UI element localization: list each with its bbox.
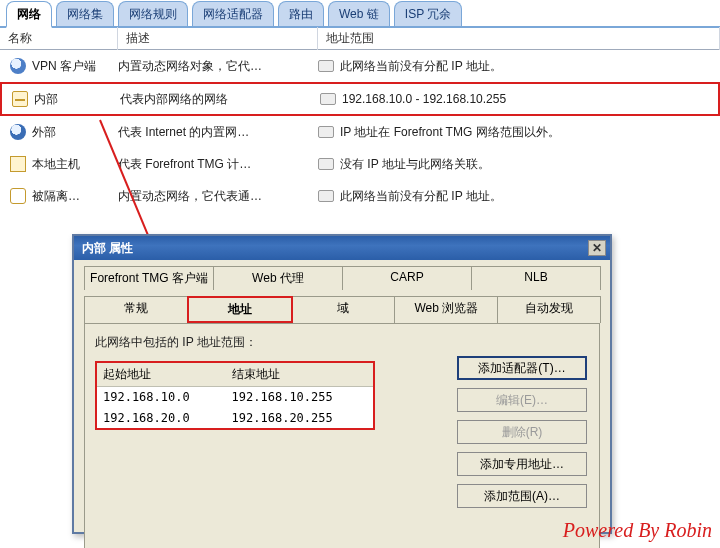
- tab-tmg-client[interactable]: Forefront TMG 客户端: [84, 266, 214, 290]
- col-start-address[interactable]: 起始地址: [96, 362, 226, 387]
- end-address: 192.168.10.255: [226, 387, 374, 408]
- tab-addresses[interactable]: 地址: [187, 296, 293, 323]
- network-list-header: 名称 描述 地址范围: [0, 28, 720, 50]
- tab-isp-redundancy[interactable]: ISP 冗余: [394, 1, 462, 26]
- network-range: 192.168.10.0 - 192.168.10.255: [342, 92, 506, 106]
- tab-web-browser[interactable]: Web 浏览器: [394, 296, 498, 323]
- network-desc: 代表内部网络的网络: [120, 91, 320, 108]
- column-header-desc[interactable]: 描述: [118, 27, 318, 50]
- button-column: 添加适配器(T)… 编辑(E)… 删除(R) 添加专用地址… 添加范围(A)…: [457, 356, 587, 508]
- tab-web-chain[interactable]: Web 链: [328, 1, 390, 26]
- dialog-tabrow-1: Forefront TMG 客户端 Web 代理 CARP NLB: [84, 266, 600, 290]
- internal-network-icon: [12, 91, 28, 107]
- network-desc: 代表 Internet 的内置网…: [118, 124, 318, 141]
- address-row[interactable]: 192.168.20.0 192.168.20.255: [96, 408, 374, 430]
- address-range-table[interactable]: 起始地址 结束地址 192.168.10.0 192.168.10.255 19…: [95, 361, 375, 430]
- network-row-vpn-clients[interactable]: VPN 客户端 内置动态网络对象，它代… 此网络当前没有分配 IP 地址。: [0, 50, 720, 82]
- network-range: 没有 IP 地址与此网络关联。: [340, 156, 490, 173]
- panel-caption: 此网络中包括的 IP 地址范围：: [95, 334, 589, 351]
- network-name: 本地主机: [32, 156, 80, 173]
- address-range-icon: [318, 126, 334, 138]
- tab-network-rules[interactable]: 网络规则: [118, 1, 188, 26]
- network-range: IP 地址在 Forefront TMG 网络范围以外。: [340, 124, 560, 141]
- col-end-address[interactable]: 结束地址: [226, 362, 374, 387]
- main-tabstrip: 网络 网络集 网络规则 网络适配器 路由 Web 链 ISP 冗余: [0, 0, 720, 28]
- add-dedicated-button[interactable]: 添加专用地址…: [457, 452, 587, 476]
- tab-web-proxy[interactable]: Web 代理: [213, 266, 343, 290]
- tab-carp[interactable]: CARP: [342, 266, 472, 290]
- network-name: 被隔离…: [32, 188, 80, 205]
- dialog-tabrow-2: 常规 地址 域 Web 浏览器 自动发现: [84, 296, 600, 323]
- dialog-title: 内部 属性: [82, 240, 133, 257]
- remove-button[interactable]: 删除(R): [457, 420, 587, 444]
- tab-network-sets[interactable]: 网络集: [56, 1, 114, 26]
- tab-autodiscover[interactable]: 自动发现: [497, 296, 601, 323]
- tab-network[interactable]: 网络: [6, 1, 52, 28]
- network-row-internal[interactable]: 内部 代表内部网络的网络 192.168.10.0 - 192.168.10.2…: [0, 82, 720, 116]
- address-range-icon: [320, 93, 336, 105]
- start-address: 192.168.10.0: [96, 387, 226, 408]
- add-range-button[interactable]: 添加范围(A)…: [457, 484, 587, 508]
- network-row-external[interactable]: 外部 代表 Internet 的内置网… IP 地址在 Forefront TM…: [0, 116, 720, 148]
- tab-general[interactable]: 常规: [84, 296, 188, 323]
- tab-network-adapters[interactable]: 网络适配器: [192, 1, 274, 26]
- address-range-icon: [318, 158, 334, 170]
- tab-nlb[interactable]: NLB: [471, 266, 601, 290]
- end-address: 192.168.20.255: [226, 408, 374, 430]
- column-header-name[interactable]: 名称: [0, 27, 118, 50]
- network-range: 此网络当前没有分配 IP 地址。: [340, 188, 502, 205]
- address-range-icon: [318, 190, 334, 202]
- network-desc: 代表 Forefront TMG 计…: [118, 156, 318, 173]
- edit-button[interactable]: 编辑(E)…: [457, 388, 587, 412]
- column-header-range[interactable]: 地址范围: [318, 27, 720, 50]
- watermark: Powered By Robin: [563, 519, 712, 542]
- network-name: 外部: [32, 124, 56, 141]
- close-icon: ✕: [592, 241, 602, 255]
- properties-dialog: 内部 属性 ✕ Forefront TMG 客户端 Web 代理 CARP NL…: [72, 234, 612, 534]
- close-button[interactable]: ✕: [588, 240, 606, 256]
- network-desc: 内置动态网络，它代表通…: [118, 188, 318, 205]
- address-range-icon: [318, 60, 334, 72]
- network-name: VPN 客户端: [32, 58, 96, 75]
- quarantine-icon: [10, 188, 26, 204]
- external-network-icon: [10, 124, 26, 140]
- tab-domains[interactable]: 域: [292, 296, 396, 323]
- address-row[interactable]: 192.168.10.0 192.168.10.255: [96, 387, 374, 408]
- network-row-localhost[interactable]: 本地主机 代表 Forefront TMG 计… 没有 IP 地址与此网络关联。: [0, 148, 720, 180]
- host-icon: [10, 156, 26, 172]
- network-name: 内部: [34, 91, 58, 108]
- network-list: VPN 客户端 内置动态网络对象，它代… 此网络当前没有分配 IP 地址。 内部…: [0, 50, 720, 212]
- dialog-titlebar[interactable]: 内部 属性 ✕: [74, 236, 610, 260]
- addresses-panel: 此网络中包括的 IP 地址范围： 起始地址 结束地址 192.168.10.0 …: [84, 323, 600, 548]
- tab-routing[interactable]: 路由: [278, 1, 324, 26]
- network-row-quarantined[interactable]: 被隔离… 内置动态网络，它代表通… 此网络当前没有分配 IP 地址。: [0, 180, 720, 212]
- start-address: 192.168.20.0: [96, 408, 226, 430]
- globe-icon: [10, 58, 26, 74]
- network-range: 此网络当前没有分配 IP 地址。: [340, 58, 502, 75]
- add-adapter-button[interactable]: 添加适配器(T)…: [457, 356, 587, 380]
- network-desc: 内置动态网络对象，它代…: [118, 58, 318, 75]
